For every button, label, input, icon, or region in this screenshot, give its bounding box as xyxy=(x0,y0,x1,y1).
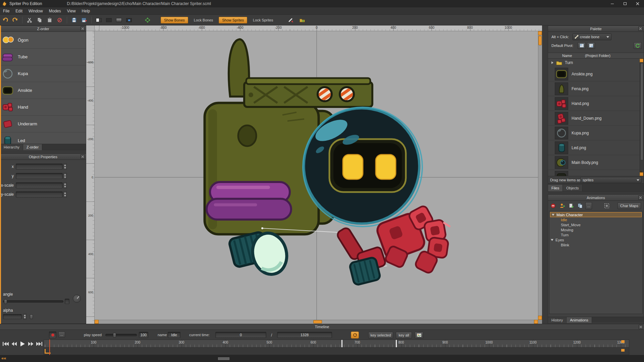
timeline-track[interactable] xyxy=(44,348,629,355)
close-button[interactable] xyxy=(631,0,644,7)
maximize-button[interactable] xyxy=(619,0,631,7)
record-button[interactable] xyxy=(49,331,56,338)
animation-item-idle[interactable]: Idle xyxy=(549,217,642,222)
bone-tool-icon[interactable] xyxy=(286,16,295,24)
menu-window[interactable]: Window xyxy=(25,7,46,15)
redo-button[interactable] xyxy=(11,16,19,24)
refresh-palette-button[interactable] xyxy=(634,42,642,49)
alpha-spinner[interactable] xyxy=(23,314,26,319)
file-row-main-body[interactable]: Main Body.png xyxy=(548,155,644,170)
paste-icon[interactable] xyxy=(45,16,54,24)
lock-sprites-toggle[interactable]: Lock Sprites xyxy=(250,17,276,23)
zorder-close-icon[interactable] xyxy=(80,26,85,31)
yscale-spinner[interactable] xyxy=(63,191,67,197)
new-character-button[interactable] xyxy=(558,202,566,209)
canvas-vscrollbar[interactable] xyxy=(538,31,542,320)
more-options-button[interactable]: ... xyxy=(585,202,592,209)
menu-file[interactable]: File xyxy=(0,7,12,15)
tab-history[interactable]: History xyxy=(548,317,567,323)
collapse-arrow-icon[interactable] xyxy=(551,239,553,241)
duplicate-animation-button[interactable] xyxy=(576,202,584,209)
file-scroll-handle[interactable] xyxy=(640,63,643,160)
view-mode-dark-button[interactable] xyxy=(104,16,113,24)
copy-icon[interactable] xyxy=(35,16,44,24)
animation-item-turn[interactable]: Turn xyxy=(549,232,642,237)
menu-help[interactable]: Help xyxy=(79,7,93,15)
show-bones-toggle[interactable]: Show Bones xyxy=(161,17,188,23)
new-animation-button[interactable] xyxy=(567,202,575,209)
menu-modes[interactable]: Modes xyxy=(46,7,64,15)
animation-group-main-character[interactable]: Main Character xyxy=(550,212,642,217)
animations-close-icon[interactable] xyxy=(638,195,643,200)
hscroll-handle[interactable] xyxy=(313,320,322,323)
zorder-item-hand[interactable]: Hand xyxy=(0,99,86,116)
xscale-input[interactable] xyxy=(16,182,63,188)
play-speed-slider[interactable] xyxy=(105,334,137,336)
fullscreen-preview-button[interactable] xyxy=(603,202,611,209)
animation-group-eyes[interactable]: Eyes xyxy=(549,237,642,242)
menu-edit[interactable]: Edit xyxy=(12,7,25,15)
x-spinner[interactable] xyxy=(63,164,67,170)
zorder-item-ogon[interactable]: Ögon xyxy=(0,32,86,49)
scroll-up-arrow[interactable] xyxy=(640,59,643,62)
file-row-kupa[interactable]: Kupa.png xyxy=(548,126,644,140)
key-all-button[interactable]: key all xyxy=(396,332,412,339)
y-input[interactable] xyxy=(16,173,63,179)
go-to-end-button[interactable] xyxy=(35,340,43,348)
scroll-down-arrow[interactable] xyxy=(538,316,542,320)
view-mode-gradient-button[interactable] xyxy=(114,16,123,24)
angle-dial[interactable] xyxy=(73,295,81,303)
properties-close-icon[interactable] xyxy=(80,155,85,159)
canvas-hscrollbar[interactable] xyxy=(95,320,538,324)
angle-slider[interactable] xyxy=(3,300,63,303)
file-row-fena[interactable]: Fena.png xyxy=(548,81,644,96)
animation-canvas[interactable] xyxy=(95,31,542,324)
play-speed-handle[interactable] xyxy=(113,333,116,338)
zorder-item-kupa[interactable]: Kupa xyxy=(0,65,86,82)
collapse-arrow-icon[interactable] xyxy=(552,214,554,216)
loop-playback-button[interactable] xyxy=(351,331,359,338)
drag-items-dropdown[interactable]: sprites xyxy=(580,177,642,183)
animation-item-blink[interactable]: Blink xyxy=(549,242,642,247)
menu-view[interactable]: View xyxy=(64,7,79,15)
next-keyframe-button[interactable] xyxy=(26,340,35,348)
zorder-item-tube[interactable]: Tube xyxy=(0,49,86,65)
current-time-field[interactable]: 0 xyxy=(215,332,266,338)
play-speed-value[interactable]: 100 xyxy=(139,332,148,338)
angle-value-box[interactable] xyxy=(65,299,69,304)
cut-icon[interactable] xyxy=(25,16,34,24)
y-spinner[interactable] xyxy=(63,173,67,179)
import-folder-icon[interactable] xyxy=(298,16,307,24)
tab-zorder[interactable]: Z-order xyxy=(23,144,42,150)
animation-item-start-move[interactable]: Start_Move xyxy=(549,222,642,227)
fit-view-icon[interactable] xyxy=(143,16,152,24)
scroll-left-arrow[interactable] xyxy=(95,320,99,324)
char-maps-button[interactable]: Char Maps xyxy=(618,202,641,209)
alpha-input[interactable] xyxy=(3,314,22,319)
zorder-item-ansikte[interactable]: Ansikte xyxy=(0,82,86,99)
timeline-ruler[interactable]: 1002003004005006007008009001000110012001… xyxy=(44,340,629,348)
scroll-right-arrow[interactable] xyxy=(534,320,538,324)
scroll-down-arrow[interactable] xyxy=(640,172,643,176)
zorder-item-led[interactable]: Led xyxy=(0,132,86,144)
file-row-ansikte[interactable]: Ansikte.png xyxy=(548,67,644,81)
xscale-spinner[interactable] xyxy=(63,182,67,188)
tab-files[interactable]: Files xyxy=(548,185,563,191)
undo-button[interactable] xyxy=(1,16,9,24)
alpha-slider-handle[interactable] xyxy=(30,314,33,319)
timeline-close-icon[interactable] xyxy=(639,325,643,329)
angle-slider-handle[interactable] xyxy=(4,299,7,304)
keyframe-marker[interactable] xyxy=(396,340,397,348)
zorder-item-underarm[interactable]: Underarm xyxy=(0,116,86,132)
go-to-start-button[interactable] xyxy=(1,340,10,348)
play-button[interactable] xyxy=(18,340,26,348)
tab-animations[interactable]: Animations xyxy=(567,317,592,323)
file-row-partial[interactable] xyxy=(548,170,644,176)
lock-bones-toggle[interactable]: Lock Bones xyxy=(191,17,216,23)
tab-objects[interactable]: Objects xyxy=(563,185,582,191)
pivot-copy-button[interactable] xyxy=(587,42,595,49)
duration-field[interactable]: 1328 xyxy=(277,332,332,338)
remove-animation-button[interactable] xyxy=(549,202,557,209)
key-selected-button[interactable]: key selected xyxy=(368,332,393,339)
folder-row-turn[interactable]: Turn xyxy=(548,59,644,67)
